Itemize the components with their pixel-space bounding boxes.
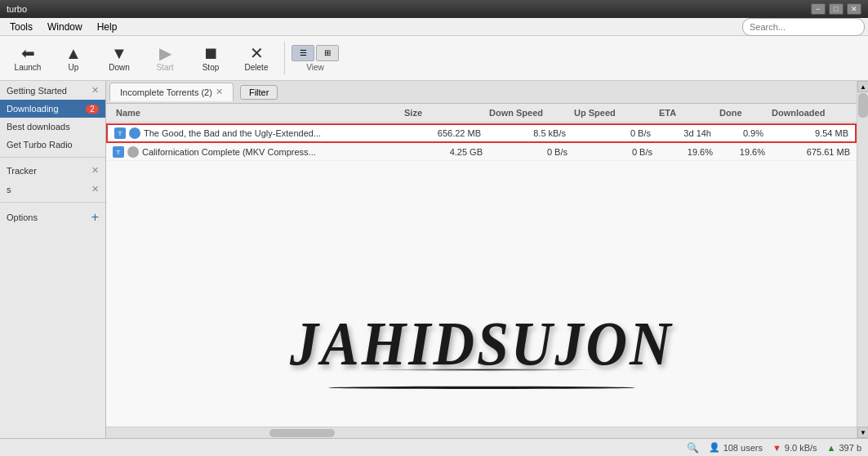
sidebar-label: Options: [7, 212, 38, 222]
view-list-button[interactable]: ☰: [292, 45, 314, 61]
close-icon[interactable]: ✕: [91, 85, 99, 96]
toolbar-separator: [284, 42, 285, 74]
sidebar-item-options[interactable]: Options +: [0, 206, 105, 229]
down-speed-value: 9.0 kB/s: [785, 443, 817, 453]
torrent-eta: 19.6%: [656, 147, 713, 157]
sidebar-item-s[interactable]: s ✕: [0, 180, 105, 199]
close-icon[interactable]: ✕: [91, 184, 99, 194]
user-icon: 👤: [709, 442, 720, 453]
up-button[interactable]: ▲ Up: [52, 39, 95, 77]
tab-bar: Incomplete Torrents (2) ✕ Filter: [106, 81, 857, 104]
up-icon: ▲: [65, 45, 82, 61]
v-scroll-thumb[interactable]: [858, 93, 868, 118]
menu-help[interactable]: Help: [91, 20, 124, 34]
sidebar-item-tracker[interactable]: Tracker ✕: [0, 161, 105, 180]
torrent-name-cell: T The Good, the Bad and the Ugly-Extende…: [114, 127, 396, 139]
down-button[interactable]: ▼ Down: [98, 39, 140, 77]
scroll-up-button[interactable]: ▲: [857, 81, 868, 92]
torrent-name: The Good, the Bad and the Ugly-Extended.…: [144, 128, 321, 138]
close-icon[interactable]: ✕: [91, 165, 99, 176]
main-content: Getting Started ✕ Downloading 2 Best dow…: [0, 81, 868, 438]
col-eta: ETA: [656, 106, 713, 119]
sidebar-label: Get Turbo Radio: [7, 140, 73, 150]
launch-button[interactable]: ⬅ Launch: [7, 39, 49, 77]
view-label: View: [306, 63, 324, 72]
stop-button[interactable]: ⏹ Stop: [189, 39, 232, 77]
delete-icon: ✕: [250, 45, 264, 61]
launch-label: Launch: [15, 63, 42, 72]
menu-bar: Tools Window Help: [0, 18, 868, 36]
torrent-downloaded: 675.61 MB: [768, 147, 850, 157]
delete-label: Delete: [245, 63, 269, 72]
col-size: Size: [401, 106, 483, 119]
menu-tools[interactable]: Tools: [3, 20, 39, 34]
brand-underline: [367, 369, 597, 371]
sidebar-divider: [0, 157, 105, 158]
toolbar: ⬅ Launch ▲ Up ▼ Down ▶ Start ⏹ Stop ✕ De…: [0, 36, 868, 81]
view-controls: ☰ ⊞ View: [292, 45, 339, 72]
users-count: 108 users: [723, 443, 763, 453]
brand-container: JAHIDSUJON: [290, 311, 674, 379]
torrent-down-speed: 8.5 kB/s: [484, 128, 566, 138]
torrent-size: 4.25 GB: [401, 147, 483, 157]
col-name: Name: [113, 106, 398, 119]
col-down-speed: Down Speed: [486, 106, 568, 119]
sidebar-item-best-downloads[interactable]: Best downloads: [0, 118, 105, 136]
magnifier-icon: 🔍: [687, 442, 699, 454]
status-downloading-icon: [129, 127, 140, 139]
sidebar-item-getting-started[interactable]: Getting Started ✕: [0, 81, 105, 100]
close-button[interactable]: ✕: [847, 3, 861, 15]
search-input[interactable]: [742, 18, 865, 36]
v-scrollbar[interactable]: ▲ ▼: [857, 81, 868, 438]
torrent-done: 19.6%: [716, 147, 765, 157]
col-done: Done: [716, 106, 765, 119]
filter-button[interactable]: Filter: [240, 85, 278, 100]
start-label: Start: [156, 63, 173, 72]
torrent-file-icon: T: [114, 127, 126, 139]
up-label: Up: [69, 63, 79, 72]
downloading-badge: 2: [86, 105, 99, 114]
sidebar-label: Getting Started: [7, 86, 67, 96]
tab-incomplete-torrents[interactable]: Incomplete Torrents (2) ✕: [109, 83, 234, 101]
minimize-button[interactable]: −: [811, 3, 826, 15]
torrent-name: Californication Complete (MKV Compress..…: [142, 147, 316, 157]
down-icon: ▼: [111, 45, 127, 61]
sidebar-item-downloading[interactable]: Downloading 2: [0, 100, 105, 118]
table-row[interactable]: T The Good, the Bad and the Ugly-Extende…: [106, 123, 857, 143]
h-scrollbar-track: [106, 428, 857, 438]
window-controls: − □ ✕: [811, 3, 861, 15]
menu-window[interactable]: Window: [41, 20, 89, 34]
start-icon: ▶: [159, 45, 171, 61]
sidebar-label: Downloading: [7, 104, 59, 114]
delete-button[interactable]: ✕ Delete: [235, 39, 278, 77]
torrent-down-speed: 0 B/s: [486, 147, 568, 157]
torrent-up-speed: 0 B/s: [571, 147, 652, 157]
search-status-item: 🔍: [687, 442, 699, 454]
view-grid-button[interactable]: ⊞: [316, 45, 339, 61]
torrent-eta: 3d 14h: [654, 128, 711, 138]
maximize-button[interactable]: □: [829, 3, 844, 15]
add-icon[interactable]: +: [91, 210, 99, 225]
start-button[interactable]: ▶ Start: [144, 39, 186, 77]
status-paused-icon: [127, 146, 139, 158]
sidebar-divider-2: [0, 202, 105, 203]
stop-icon: ⏹: [203, 45, 219, 61]
h-scrollbar[interactable]: [106, 427, 857, 438]
torrent-file-icon: T: [113, 146, 124, 158]
view-btn-group: ☰ ⊞: [292, 45, 339, 61]
stop-label: Stop: [203, 63, 220, 72]
app-title: turbo: [7, 4, 27, 14]
torrent-size: 656.22 MB: [399, 128, 481, 138]
table-header: Name Size Down Speed Up Speed ETA Done D…: [106, 104, 857, 123]
h-scrollbar-thumb[interactable]: [269, 429, 335, 437]
title-bar: turbo − □ ✕: [0, 0, 868, 18]
scroll-down-button[interactable]: ▼: [857, 427, 868, 438]
tab-close-icon[interactable]: ✕: [216, 87, 223, 97]
users-status-item: 👤 108 users: [709, 442, 763, 453]
down-arrow-icon: ▼: [772, 443, 781, 453]
table-row[interactable]: T Californication Complete (MKV Compress…: [106, 144, 857, 161]
col-downloaded: Downloaded: [768, 106, 850, 119]
sidebar-item-turbo-radio[interactable]: Get Turbo Radio: [0, 136, 105, 154]
launch-icon: ⬅: [21, 45, 35, 61]
status-bar: 🔍 👤 108 users ▼ 9.0 kB/s ▲ 397 b: [0, 438, 868, 456]
